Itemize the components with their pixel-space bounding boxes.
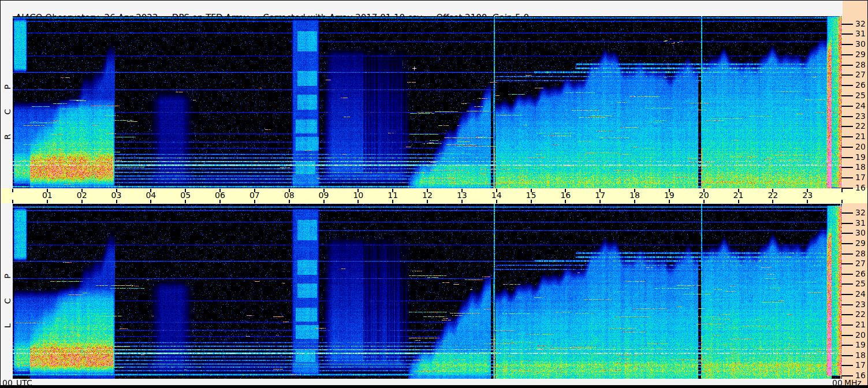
freq-tick-27 bbox=[841, 74, 853, 76]
time-tick-12 bbox=[427, 200, 428, 203]
time-tick-3 bbox=[116, 200, 117, 203]
freq-tick-23 bbox=[841, 304, 853, 305]
time-label-21: 21 bbox=[729, 192, 748, 199]
freq-label-23: 23 bbox=[855, 300, 866, 308]
freq-label-26: 26 bbox=[855, 81, 866, 89]
freq-tick-29 bbox=[841, 243, 853, 244]
freq-label-23: 23 bbox=[855, 112, 866, 120]
freq-tick-21 bbox=[841, 136, 853, 137]
freq-label-29: 29 bbox=[855, 239, 866, 247]
freq-tick-29 bbox=[841, 54, 853, 55]
time-tick-6 bbox=[219, 200, 221, 203]
time-label-09: 09 bbox=[315, 192, 333, 199]
freq-tick-26 bbox=[841, 274, 853, 275]
time-tick-20 bbox=[703, 200, 705, 203]
time-label-17: 17 bbox=[591, 192, 609, 199]
freq-label-25: 25 bbox=[855, 279, 866, 288]
freq-label-31: 31 bbox=[855, 219, 866, 227]
freq-tick-19 bbox=[841, 345, 853, 346]
lcp-polarization-label: LCP bbox=[3, 245, 12, 337]
freq-label-22: 22 bbox=[855, 310, 866, 318]
freq-tick-17 bbox=[841, 177, 853, 178]
time-tick-0 bbox=[12, 189, 13, 192]
time-label-12: 12 bbox=[418, 192, 437, 199]
time-tick-8 bbox=[289, 200, 290, 203]
time-label-11: 11 bbox=[383, 192, 402, 199]
time-label-01: 01 bbox=[38, 192, 57, 199]
freq-tick-24 bbox=[841, 106, 853, 107]
spectrogram-lcp bbox=[13, 204, 842, 379]
time-tick-13 bbox=[461, 200, 463, 203]
freq-label-27: 27 bbox=[855, 259, 866, 267]
time-tick-0 bbox=[12, 200, 13, 203]
freq-tick-16 bbox=[841, 375, 853, 376]
freq-label-24: 24 bbox=[855, 290, 866, 298]
time-label-06: 06 bbox=[211, 192, 229, 199]
freq-label-18: 18 bbox=[855, 351, 866, 359]
freq-tick-30 bbox=[841, 44, 853, 45]
time-tick-7 bbox=[254, 200, 255, 203]
time-label-07: 07 bbox=[245, 192, 264, 199]
time-label-10: 10 bbox=[349, 192, 367, 199]
time-label-04: 04 bbox=[141, 192, 160, 199]
freq-tick-27 bbox=[841, 263, 853, 264]
time-label-03: 03 bbox=[107, 192, 126, 199]
freq-tick-28 bbox=[841, 65, 853, 66]
time-label-18: 18 bbox=[625, 192, 644, 199]
time-label-08: 08 bbox=[280, 192, 299, 199]
freq-tick-30 bbox=[841, 233, 853, 234]
time-tick-2 bbox=[81, 200, 83, 203]
time-tick-9 bbox=[323, 200, 325, 203]
freq-tick-23 bbox=[841, 116, 853, 117]
time-label-05: 05 bbox=[176, 192, 195, 199]
freq-label-32: 32 bbox=[855, 20, 866, 28]
freq-label-30: 30 bbox=[855, 40, 866, 48]
freq-tick-32 bbox=[841, 24, 853, 25]
time-tick-16 bbox=[565, 200, 566, 203]
freq-tick-18 bbox=[841, 355, 853, 356]
freq-tick-31 bbox=[841, 223, 853, 224]
time-label-16: 16 bbox=[556, 192, 575, 199]
time-tick-24 bbox=[841, 200, 843, 203]
time-tick-19 bbox=[669, 200, 670, 203]
time-label-23: 23 bbox=[798, 192, 817, 199]
time-tick-1 bbox=[47, 200, 48, 203]
time-label-20: 20 bbox=[695, 192, 713, 199]
freq-label-28: 28 bbox=[855, 249, 866, 258]
freq-tick-22 bbox=[841, 126, 853, 127]
freq-tick-32 bbox=[841, 212, 853, 214]
freq-tick-18 bbox=[841, 167, 853, 168]
time-tick-18 bbox=[634, 200, 635, 203]
freq-tick-25 bbox=[841, 283, 853, 285]
freq-label-19: 19 bbox=[855, 153, 866, 161]
freq-label-21: 21 bbox=[855, 132, 866, 140]
time-label-22: 22 bbox=[763, 192, 782, 199]
freq-label-28: 28 bbox=[855, 61, 866, 69]
freq-label-30: 30 bbox=[855, 229, 866, 237]
time-tick-15 bbox=[531, 200, 532, 203]
freq-tick-21 bbox=[841, 324, 853, 326]
freq-label-31: 31 bbox=[855, 29, 866, 38]
freq-label-20: 20 bbox=[855, 331, 866, 339]
time-tick-4 bbox=[150, 200, 151, 203]
freq-tick-28 bbox=[841, 253, 853, 255]
freq-label-18: 18 bbox=[855, 163, 866, 171]
freq-label-32: 32 bbox=[855, 208, 866, 217]
freq-tick-17 bbox=[841, 365, 853, 366]
freq-label-16: 16 bbox=[855, 184, 866, 192]
freq-label-21: 21 bbox=[855, 320, 866, 329]
time-tick-14 bbox=[496, 200, 497, 203]
freq-label-27: 27 bbox=[855, 70, 866, 79]
freq-tick-31 bbox=[841, 33, 853, 35]
time-label-13: 13 bbox=[453, 192, 471, 199]
freq-label-19: 19 bbox=[855, 341, 866, 349]
time-tick-24 bbox=[841, 189, 843, 192]
freq-tick-22 bbox=[841, 314, 853, 315]
freq-tick-20 bbox=[841, 147, 853, 148]
freq-label-17: 17 bbox=[855, 173, 866, 181]
time-label-15: 15 bbox=[522, 192, 541, 199]
app-window: AJ4CO Observatory 26 Apr 2023 - DPS on T… bbox=[0, 0, 868, 388]
time-label-19: 19 bbox=[660, 192, 679, 199]
freq-label-17: 17 bbox=[855, 361, 866, 369]
freq-tick-16 bbox=[841, 188, 853, 189]
